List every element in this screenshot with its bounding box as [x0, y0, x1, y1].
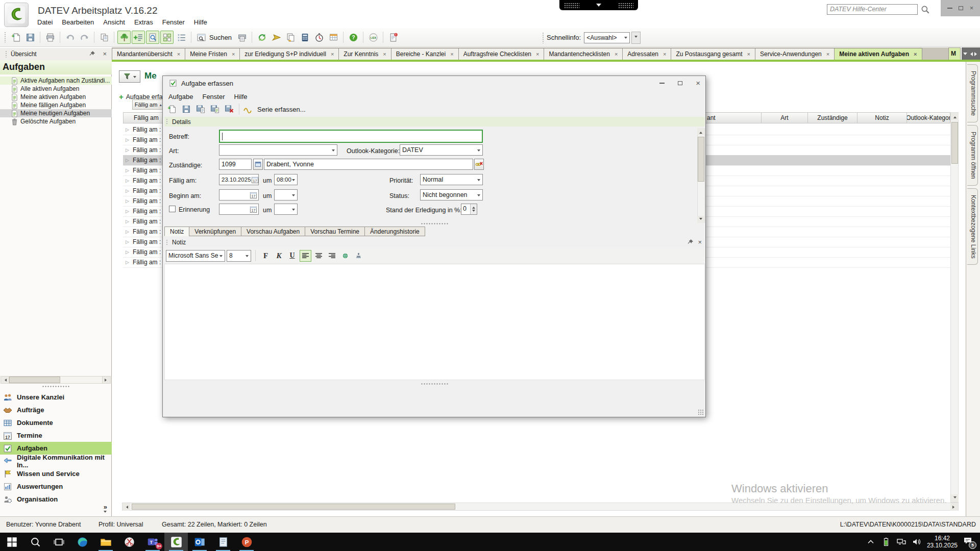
restore-icon[interactable]	[959, 6, 963, 10]
taskbar-notepad[interactable]	[211, 533, 235, 551]
expander-icon[interactable]: ▷	[126, 178, 129, 183]
close-icon[interactable]: ×	[103, 50, 107, 58]
align-center-button[interactable]	[313, 250, 325, 262]
expander-icon[interactable]: ▷	[126, 127, 129, 132]
taskbar-explorer[interactable]	[94, 533, 117, 551]
tab-Meine aktiven Aufgaben[interactable]: Meine aktiven Aufgaben×	[834, 48, 922, 60]
font-family-select[interactable]: Microsoft Sans Se	[166, 250, 225, 262]
hyperlink-globe-button[interactable]	[339, 250, 351, 262]
outlook-kategorie-select[interactable]: DATEV	[400, 144, 483, 156]
status-select[interactable]: Nicht begonnen	[420, 189, 483, 201]
expander-icon[interactable]: ▷	[126, 168, 129, 173]
expander-icon[interactable]: ▷	[126, 137, 129, 142]
calendar-icon[interactable]: 17	[250, 191, 257, 199]
scroll-left-button[interactable]	[122, 503, 130, 511]
tab-close-icon[interactable]: ×	[747, 51, 750, 57]
tab-close-icon[interactable]: ×	[663, 51, 666, 57]
chevron-down-icon[interactable]	[596, 4, 601, 9]
dialog-titlebar[interactable]: Aufgabe erfassen	[163, 76, 705, 90]
tab-close-icon[interactable]: ×	[177, 51, 180, 57]
menu-hilfe[interactable]: Hilfe	[189, 17, 212, 28]
dialog-tab-vorschau-aufgaben[interactable]: Vorschau Aufgaben	[241, 227, 305, 236]
schnellinfo-more-button[interactable]	[631, 32, 641, 44]
column-header-Art[interactable]: Art	[762, 112, 808, 123]
expander-icon[interactable]: ▷	[126, 209, 129, 214]
tab-Bereiche - Kanzlei[interactable]: Bereiche - Kanzlei×	[391, 48, 459, 60]
notiz-textarea[interactable]	[164, 264, 705, 380]
filter-button[interactable]	[119, 70, 140, 83]
nav-item-auswertungen[interactable]: Auswertungen	[0, 480, 112, 493]
group-by-header[interactable]: Fällig am ▲	[132, 99, 165, 110]
network-icon[interactable]	[896, 537, 906, 547]
help-button[interactable]: ?	[347, 31, 360, 44]
nav-item-digitale-kommunikation-mit-in-[interactable]: Digitale Kommunikation mit In...	[0, 455, 112, 467]
scroll-up-button[interactable]	[697, 128, 704, 135]
scroll-left-button[interactable]	[1, 377, 9, 383]
scroll-up-button[interactable]	[951, 113, 959, 120]
column-header-Outlook-Kategor[interactable]: Outlook-Kategor	[907, 112, 950, 123]
sidebar-more-button[interactable]: »	[104, 505, 107, 514]
dialog-tab-vorschau-termine[interactable]: Vorschau Termine	[305, 227, 365, 236]
erinnerung-date-input[interactable]: 17	[219, 204, 259, 215]
erinnerung-checkbox[interactable]	[169, 206, 176, 212]
tab-Zur Kenntnis[interactable]: Zur Kenntnis×	[338, 48, 391, 60]
splitter-grip[interactable]	[163, 383, 706, 386]
italic-button[interactable]: K	[273, 250, 285, 262]
expander-icon[interactable]: ▷	[126, 249, 129, 255]
toolbar-grip[interactable]	[542, 32, 545, 43]
save-button[interactable]	[23, 31, 37, 44]
tab-Mandantenübersicht[interactable]: Mandantenübersicht×	[112, 48, 185, 60]
expander-icon[interactable]: ▷	[126, 147, 129, 153]
menu-datei[interactable]: Datei	[33, 17, 57, 28]
close-icon[interactable]: ×	[970, 6, 974, 11]
beginn-time-select[interactable]	[274, 189, 298, 201]
expander-icon[interactable]: ▷	[126, 239, 129, 244]
save-and-new-button[interactable]	[194, 103, 207, 116]
minimize-icon[interactable]	[659, 83, 665, 84]
resize-grip[interactable]	[698, 409, 703, 415]
zustaendige-picker-button[interactable]	[253, 159, 263, 170]
calendar-icon[interactable]: 17	[250, 206, 257, 213]
presenter-bar[interactable]	[559, 0, 638, 10]
taskbar-task-view[interactable]	[47, 533, 70, 551]
save-task-button[interactable]	[180, 103, 193, 116]
zustaendige-nr-input[interactable]: 1099	[219, 159, 252, 170]
art-select[interactable]	[219, 144, 337, 156]
notification-document-button[interactable]: !	[386, 31, 400, 44]
tree-item[interactable]: Meine aktiven Aufgaben	[0, 93, 112, 101]
redo-button[interactable]	[78, 31, 91, 44]
betreff-input[interactable]	[219, 130, 483, 143]
list-view-button[interactable]	[175, 31, 188, 44]
tab-close-icon[interactable]: ×	[826, 51, 829, 57]
maximize-icon[interactable]	[678, 81, 682, 85]
close-icon[interactable]: ×	[696, 81, 700, 86]
expander-icon[interactable]: ▷	[126, 219, 129, 224]
column-header-Zuständige[interactable]: Zuständige	[808, 112, 857, 123]
panel-tab-kontextbezogene-links[interactable]: Kontextbezogene Links	[967, 188, 978, 265]
tree-item[interactable]: Gelöschte Aufgaben	[0, 117, 112, 126]
scroll-thumb[interactable]	[698, 137, 704, 182]
nav-item-auftr-ge[interactable]: Aufträge	[0, 404, 112, 416]
taskbar-teams[interactable]: T9+	[141, 533, 164, 551]
tab-close-icon[interactable]: ×	[232, 51, 235, 57]
scroll-down-button[interactable]	[951, 494, 959, 502]
stamp-button[interactable]	[353, 250, 364, 262]
save-and-copy-button[interactable]	[208, 103, 222, 116]
new-task-button[interactable]: +	[165, 103, 179, 116]
save-and-close-button[interactable]	[223, 103, 236, 116]
new-document-button[interactable]: +	[9, 31, 22, 44]
print-button[interactable]	[43, 31, 57, 44]
expander-icon[interactable]: ▷	[126, 229, 129, 234]
faellig-date-input[interactable]: 23.10.202517	[219, 174, 259, 185]
minimize-icon[interactable]	[947, 8, 952, 9]
scroll-thumb[interactable]	[132, 504, 455, 510]
refresh-button[interactable]	[255, 31, 268, 44]
serie-erfassen-button[interactable]: Serie erfassen...	[257, 106, 306, 113]
tab-scroll-left-icon[interactable]	[968, 52, 973, 56]
close-icon[interactable]: ×	[698, 238, 702, 246]
beginn-date-input[interactable]: 17	[219, 189, 259, 201]
toolbar-grip[interactable]	[4, 32, 7, 43]
nav-item-termine[interactable]: 17Termine	[0, 429, 112, 442]
expander-icon[interactable]: ▷	[126, 188, 129, 193]
table-vscrollbar[interactable]	[950, 112, 959, 503]
